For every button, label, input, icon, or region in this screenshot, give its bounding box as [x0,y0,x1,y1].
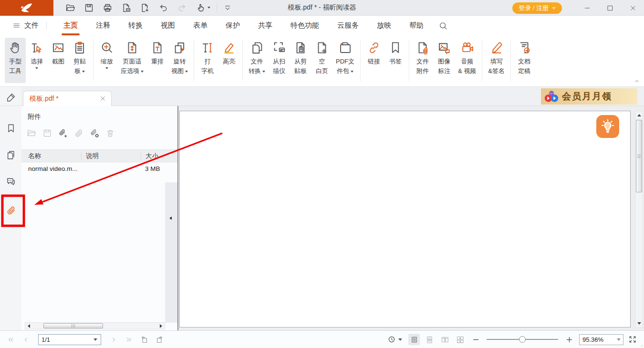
pdf-page[interactable] [179,111,631,327]
menu-tab-2[interactable]: 转换 [119,16,152,35]
ribbon-item-video[interactable]: 音频& 视频 [455,38,479,83]
menu-tab-3[interactable]: 视图 [152,16,184,35]
open-folder-button[interactable] [62,2,79,14]
ribbon-item-highlight[interactable]: 高亮 [218,38,239,83]
resize-grip[interactable] [637,341,644,348]
menu-tab-4[interactable]: 表单 [184,16,217,35]
close-tab-icon[interactable] [99,95,106,102]
prev-page-button[interactable] [20,334,31,345]
hand-pointer-button[interactable] [192,2,214,14]
print-button[interactable] [99,2,116,14]
ribbon-item-zoom-tool[interactable]: 缩放 [96,38,117,83]
page-number-box[interactable] [38,334,101,345]
zoom-percent-input[interactable] [580,336,617,343]
scroll-up-icon[interactable] [635,112,643,119]
layout-single-button[interactable] [408,334,420,345]
scroll-left-icon[interactable] [25,323,32,329]
last-page-button[interactable] [123,334,135,345]
search-icon[interactable] [438,21,448,31]
column-header[interactable]: 名称 [21,152,81,160]
layout-continuous-button[interactable] [424,334,435,345]
page-remove-button[interactable] [118,2,135,14]
scroll-right-icon[interactable] [157,323,165,329]
ribbon-item-bookmark[interactable]: 书签 [385,38,406,83]
ribbon-item-reflow[interactable]: 重排 [147,38,168,83]
ribbon-item-finalize[interactable]: 文档定稿 [514,38,535,83]
tip-lightbulb-button[interactable] [596,115,619,138]
ribbon-item-typewriter[interactable]: 打字机 [197,38,218,83]
close-button[interactable] [627,2,639,14]
zoom-out-button[interactable] [470,334,481,345]
ribbon-item-file-attach[interactable]: 文件附件 [412,38,433,83]
menu-tab-9[interactable]: 放映 [368,16,400,35]
panel-scrollbar-track[interactable] [165,182,177,323]
login-button[interactable]: 登录 / 注册 [512,2,562,14]
ribbon-item-page-fit[interactable]: 页面适应选项 [118,38,146,83]
scrollbar-thumb[interactable] [43,323,103,328]
menu-tab-1[interactable]: 注释 [87,16,119,35]
panel-horizontal-scrollbar[interactable] [25,322,165,329]
scrollbar-thumb[interactable] [636,120,642,192]
sidebar-button-bookmarks[interactable] [0,121,21,136]
ribbon-item-blank-page[interactable]: 空白页 [312,38,332,83]
snapshot-icon [51,41,65,55]
first-page-button[interactable] [5,334,16,345]
zoom-in-button[interactable] [563,334,575,345]
menu-tab-7[interactable]: 特色功能 [281,16,328,35]
maximize-button[interactable] [604,2,616,14]
ribbon-item-hand[interactable]: 手型工具 [5,38,26,83]
ribbon-item-convert[interactable]: 文件转换 [246,38,268,83]
page-add-button[interactable] [136,2,153,14]
menu-tab-8[interactable]: 云服务 [328,16,368,35]
ribbon-item-snapshot[interactable]: 截图 [48,38,69,83]
attachment-row[interactable]: normal video.m...3 MB [21,162,177,175]
redo-button[interactable] [174,2,190,14]
layout-facing-button[interactable] [439,334,450,345]
sidebar-button-comments[interactable] [0,174,21,189]
ribbon-item-select[interactable]: 选择 [26,38,47,83]
ribbon-item-paste-page[interactable]: 从剪贴板 [290,38,311,83]
menu-tab-0[interactable]: 主页 [54,16,87,35]
layout-facing-continuous-button[interactable] [454,334,466,345]
document-tab[interactable]: 模板.pdf * [23,91,112,106]
zoom-percent-box[interactable] [579,334,623,345]
app-logo[interactable] [0,0,53,16]
reading-history-button[interactable] [387,335,402,344]
prev-view-button[interactable] [138,334,150,345]
column-header[interactable]: 说明 [81,152,141,160]
membership-promo-banner[interactable]: igm 会员月月领 [541,88,637,105]
attachment-settings-icon[interactable] [90,128,99,138]
zoom-tool-icon [100,41,114,55]
ribbon-item-rotate-view[interactable]: 旋转视图 [168,38,191,83]
zoom-slider[interactable] [487,335,558,344]
menu-tab-5[interactable]: 保护 [217,16,249,35]
minimize-button[interactable] [581,2,593,14]
ribbon-item-image-annot[interactable]: 图像标注 [434,38,455,83]
qat-customize-icon[interactable] [223,3,232,12]
file-menu[interactable]: 文件 [12,21,39,30]
menu-tab-6[interactable]: 共享 [249,16,281,35]
collapse-panel-icon[interactable] [168,214,174,222]
ribbon-item-label: 高亮 [223,57,235,66]
slider-thumb[interactable] [519,336,526,343]
scroll-down-icon[interactable] [635,320,643,327]
next-view-button[interactable] [154,334,165,345]
ribbon-item-portfolio[interactable]: PDF文件包 [333,38,357,83]
sidebar-button-attachments[interactable] [0,203,21,218]
vertical-scrollbar[interactable] [635,111,643,328]
ribbon-item-clipboard[interactable]: 剪贴板 [69,38,90,83]
add-attachment-icon[interactable] [58,128,68,138]
column-header[interactable]: 大小 [141,152,177,160]
fullscreen-icon[interactable] [628,335,637,344]
ribbon-item-scanner[interactable]: 从扫描仪 [269,38,290,83]
save-button[interactable] [81,2,97,14]
sidebar-button-annotate[interactable] [0,90,21,105]
undo-button[interactable] [155,2,172,14]
collapse-ribbon-icon[interactable] [634,78,640,84]
sidebar-button-pages[interactable] [0,148,21,162]
next-page-button[interactable] [108,334,119,345]
ribbon-item-link[interactable]: 链接 [364,38,384,83]
ribbon-item-fill-sign[interactable]: 填写&签名 [485,38,508,83]
page-number-input[interactable] [39,336,93,343]
menu-tab-10[interactable]: 帮助 [400,16,433,35]
